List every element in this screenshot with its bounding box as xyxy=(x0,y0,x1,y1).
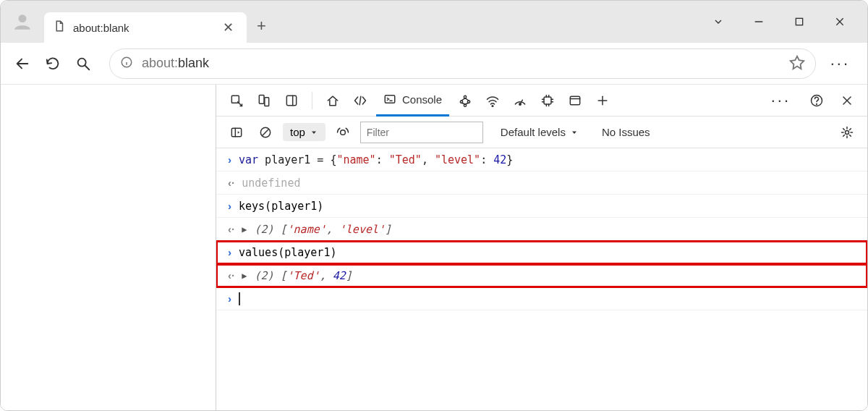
close-icon[interactable] xyxy=(830,16,850,27)
array-text: (2) ['Ted', 42] xyxy=(254,269,352,282)
console-input-row: › keys(player1) xyxy=(216,195,867,218)
code-text: values(player1) xyxy=(239,246,336,259)
svg-marker-48 xyxy=(312,131,316,134)
browser-tab[interactable]: about:blank ✕ xyxy=(44,12,247,43)
live-expression-icon[interactable] xyxy=(331,121,354,144)
svg-rect-2 xyxy=(796,18,802,25)
inspect-icon[interactable] xyxy=(225,89,248,112)
tab-console[interactable]: Console xyxy=(376,85,449,116)
log-levels-dropdown[interactable]: Default levels xyxy=(501,126,579,138)
array-text: (2) ['name', 'level'] xyxy=(254,223,391,236)
profile-icon[interactable] xyxy=(12,12,33,32)
console-settings-icon[interactable] xyxy=(835,121,859,144)
application-icon[interactable] xyxy=(563,89,587,112)
memory-icon[interactable] xyxy=(536,89,559,112)
svg-rect-18 xyxy=(385,96,395,103)
code-text: var player1 = {"name": "Ted", "level": 4… xyxy=(239,153,513,166)
more-tabs-icon[interactable] xyxy=(591,89,614,112)
console-prompt[interactable]: › xyxy=(216,287,867,310)
chevron-down-icon[interactable] xyxy=(708,16,728,27)
tab-title: about:blank xyxy=(73,22,218,34)
menu-icon[interactable]: ··· xyxy=(823,54,857,73)
svg-point-51 xyxy=(846,130,849,134)
elements-icon[interactable] xyxy=(349,89,372,112)
svg-marker-50 xyxy=(572,131,576,134)
toolbar: about:blank ··· xyxy=(1,43,867,85)
page-icon xyxy=(53,20,66,35)
devtools-close-icon[interactable] xyxy=(835,89,859,112)
performance-icon[interactable] xyxy=(509,89,532,112)
console-input-row: › var player1 = {"name": "Ted", "level":… xyxy=(216,148,867,171)
back-icon[interactable] xyxy=(11,52,34,75)
search-icon[interactable] xyxy=(72,52,95,75)
issues-link[interactable]: No Issues xyxy=(602,126,650,138)
help-icon[interactable] xyxy=(805,89,828,112)
browser-window: about:blank ✕ + about:blank ··· xyxy=(0,0,868,411)
network-icon[interactable] xyxy=(481,89,504,112)
devtools-tabstrip: Console ··· xyxy=(216,85,867,116)
svg-line-7 xyxy=(85,65,90,69)
dock-icon[interactable] xyxy=(280,89,303,112)
svg-marker-11 xyxy=(790,56,803,68)
page-content xyxy=(1,85,216,410)
device-icon[interactable] xyxy=(252,89,276,112)
code-text: keys(player1) xyxy=(239,200,323,213)
console-output-row-highlighted: ‹· ▶ (2) ['Ted', 42] xyxy=(216,264,867,287)
welcome-icon[interactable] xyxy=(321,89,344,112)
body-area: Console ··· top xyxy=(1,85,867,410)
context-label: top xyxy=(290,126,305,138)
titlebar: about:blank ✕ + xyxy=(1,1,867,43)
favorite-icon[interactable] xyxy=(789,54,805,73)
svg-rect-14 xyxy=(265,97,269,106)
svg-point-49 xyxy=(341,130,346,135)
devtools-menu-icon[interactable]: ··· xyxy=(764,91,798,110)
svg-point-6 xyxy=(78,58,86,66)
svg-rect-27 xyxy=(544,97,551,104)
console-output-row: ‹· ▶ (2) ['name', 'level'] xyxy=(216,218,867,241)
svg-point-41 xyxy=(817,103,817,104)
minimize-icon[interactable] xyxy=(749,16,769,27)
expand-icon[interactable]: ▶ xyxy=(242,224,247,234)
clear-console-icon[interactable] xyxy=(254,121,277,144)
svg-rect-44 xyxy=(231,128,241,137)
window-controls xyxy=(708,1,861,43)
svg-point-26 xyxy=(519,103,522,105)
svg-point-0 xyxy=(19,14,27,22)
maximize-icon[interactable] xyxy=(789,16,809,27)
new-tab-button[interactable]: + xyxy=(257,17,266,35)
svg-rect-15 xyxy=(286,96,296,105)
svg-rect-36 xyxy=(570,96,579,105)
site-info-icon[interactable] xyxy=(120,56,133,72)
console-output: › var player1 = {"name": "Ted", "level":… xyxy=(216,148,867,410)
cursor xyxy=(239,292,240,305)
svg-point-24 xyxy=(492,105,493,106)
console-tab-label: Console xyxy=(402,93,442,106)
address-bar[interactable]: about:blank xyxy=(109,48,816,79)
url-text: about:blank xyxy=(142,56,209,71)
svg-line-17 xyxy=(359,96,361,105)
devtools-panel: Console ··· top xyxy=(216,85,867,410)
expand-icon[interactable]: ▶ xyxy=(242,271,247,281)
svg-line-47 xyxy=(263,129,268,135)
sidebar-toggle-icon[interactable] xyxy=(225,121,248,144)
console-filterbar: top Default levels No Issues xyxy=(216,116,867,148)
filter-input[interactable] xyxy=(360,122,483,143)
svg-rect-13 xyxy=(259,95,264,103)
refresh-icon[interactable] xyxy=(41,52,64,75)
tab-close-icon[interactable]: ✕ xyxy=(218,21,238,34)
context-selector[interactable]: top xyxy=(283,123,326,141)
undefined-text: undefined xyxy=(242,177,300,190)
sources-icon[interactable] xyxy=(454,89,477,112)
console-output-row: ‹· undefined xyxy=(216,171,867,195)
console-input-row-highlighted: › values(player1) xyxy=(216,241,867,264)
